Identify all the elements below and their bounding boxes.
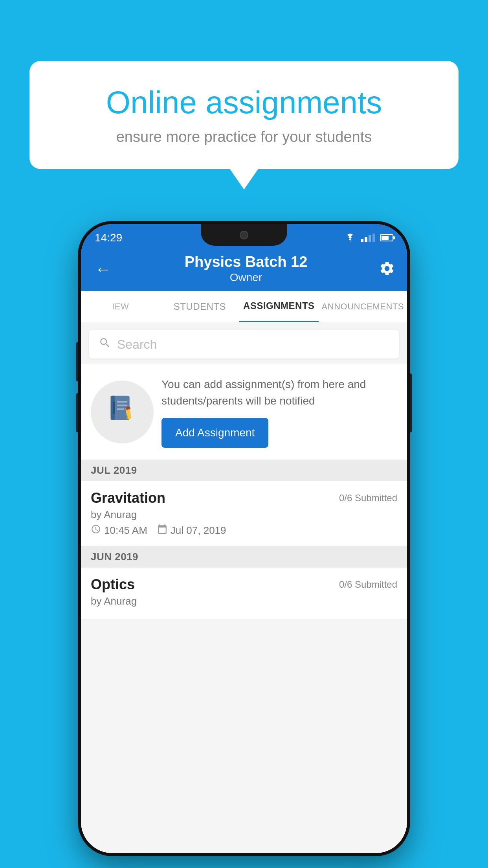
assignment-item-gravitation[interactable]: Gravitation 0/6 Submitted by Anurag 10:4… xyxy=(81,481,407,546)
add-assignment-button[interactable]: Add Assignment xyxy=(161,418,268,448)
wifi-icon xyxy=(344,234,356,242)
assignment-author: by Anurag xyxy=(91,509,397,521)
phone-container: 14:29 xyxy=(81,224,407,853)
power-button xyxy=(409,373,412,432)
notebook-icon xyxy=(106,393,138,431)
status-icons xyxy=(344,234,393,242)
status-time: 14:29 xyxy=(95,232,122,244)
assignment-submitted-optics: 0/6 Submitted xyxy=(339,579,397,590)
section-header-jul: JUL 2019 xyxy=(81,460,407,481)
header-subtitle: Owner xyxy=(113,271,379,284)
assignment-desc: You can add assignment(s) from here and … xyxy=(161,376,397,409)
search-bar[interactable]: Search xyxy=(89,330,399,359)
gear-icon[interactable] xyxy=(379,260,395,281)
add-assignment-section: You can add assignment(s) from here and … xyxy=(81,364,407,460)
volume-up-button xyxy=(76,342,79,381)
assignment-meta: 10:45 AM Jul 07, 2019 xyxy=(91,524,397,537)
speech-bubble: Online assignments ensure more practice … xyxy=(29,61,459,169)
tab-announcements[interactable]: ANNOUNCEMENTS xyxy=(319,291,407,322)
assignment-submitted: 0/6 Submitted xyxy=(339,493,397,504)
speech-bubble-container: Online assignments ensure more practice … xyxy=(29,61,459,169)
back-button[interactable]: ← xyxy=(93,258,113,281)
assignment-right: You can add assignment(s) from here and … xyxy=(161,376,397,448)
phone-frame: 14:29 xyxy=(81,224,407,853)
tab-assignments[interactable]: ASSIGNMENTS xyxy=(239,291,319,322)
meta-date: Jul 07, 2019 xyxy=(157,524,226,537)
svg-rect-5 xyxy=(117,408,125,410)
assignment-date: Jul 07, 2019 xyxy=(171,524,226,537)
volume-down-button xyxy=(76,393,79,432)
assignment-author-optics: by Anurag xyxy=(91,595,397,607)
app-screen: 14:29 xyxy=(81,224,407,853)
svg-rect-2 xyxy=(113,401,115,414)
assignment-item-top-optics: Optics 0/6 Submitted xyxy=(91,576,397,593)
header-center: Physics Batch 12 Owner xyxy=(113,254,379,284)
bubble-subtitle: ensure more practice for your students xyxy=(57,129,431,145)
battery-icon xyxy=(380,234,393,241)
svg-rect-3 xyxy=(117,401,128,403)
clock-icon xyxy=(91,524,101,537)
notch xyxy=(201,224,287,246)
camera-dot xyxy=(240,231,248,239)
search-placeholder: Search xyxy=(117,337,157,352)
svg-rect-4 xyxy=(117,405,128,406)
search-icon xyxy=(99,337,111,352)
assignment-name-optics: Optics xyxy=(91,576,135,593)
header-title: Physics Batch 12 xyxy=(113,254,379,270)
tab-students[interactable]: STUDENTS xyxy=(160,291,240,322)
assignment-icon-circle xyxy=(91,381,154,443)
tab-iew[interactable]: IEW xyxy=(81,291,160,322)
tabs-container: IEW STUDENTS ASSIGNMENTS ANNOUNCEMENTS xyxy=(81,291,407,322)
meta-time: 10:45 AM xyxy=(91,524,147,537)
content-area: Search xyxy=(81,322,407,853)
calendar-icon xyxy=(157,524,167,537)
assignment-item-top: Gravitation 0/6 Submitted xyxy=(91,490,397,506)
assignment-name: Gravitation xyxy=(91,490,165,506)
section-header-jun: JUN 2019 xyxy=(81,546,407,568)
bubble-title: Online assignments xyxy=(57,85,431,121)
signal-icon xyxy=(361,234,375,242)
assignment-time: 10:45 AM xyxy=(104,524,147,537)
assignment-item-optics[interactable]: Optics 0/6 Submitted by Anurag xyxy=(81,568,407,620)
